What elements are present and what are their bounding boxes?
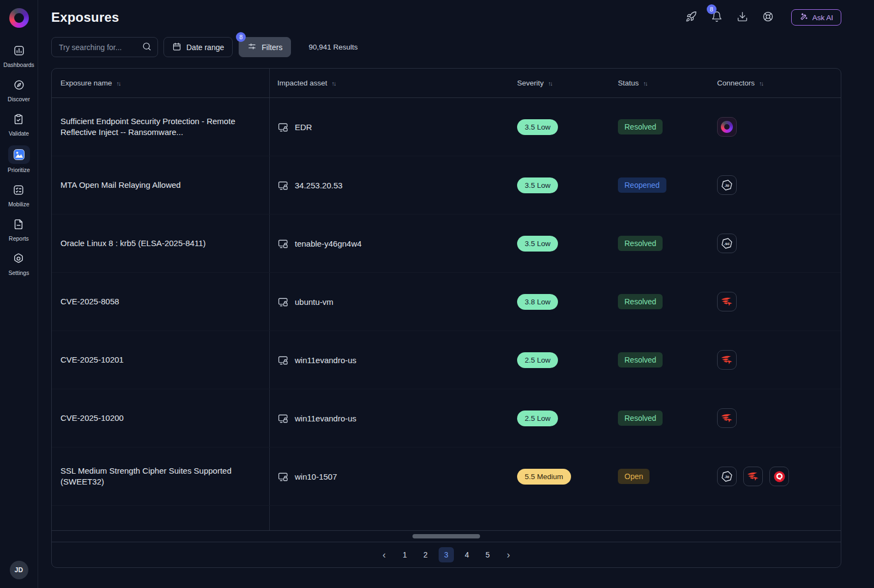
connectors-cell xyxy=(708,408,841,428)
severity-badge: 3.5 Low xyxy=(517,236,558,252)
sidebar-item-prioritize[interactable]: Prioritize xyxy=(8,145,30,173)
table-row[interactable]: MTA Open Mail Relaying Allowed 34.253.20… xyxy=(52,156,841,215)
sidebar-item-label: Settings xyxy=(9,270,29,276)
table-row[interactable]: Sufficient Endpoint Security Protection … xyxy=(52,98,841,156)
validate-icon xyxy=(9,111,28,127)
tenable-io-connector-icon: .io xyxy=(717,175,737,195)
download-button[interactable] xyxy=(737,11,748,24)
severity-badge: 2.5 Low xyxy=(517,352,558,368)
severity-badge: 3.8 Low xyxy=(517,294,558,310)
table-row[interactable]: CVE-2025-8058 ubuntu-vm 3.8 Low Resolved xyxy=(52,273,841,331)
table-row[interactable]: Oracle Linux 8 : krb5 (ELSA-2025-8411) t… xyxy=(52,215,841,273)
help-button[interactable] xyxy=(762,11,774,24)
column-header-severity[interactable]: Severity ↑↓ xyxy=(509,69,610,97)
exposure-name: Sufficient Endpoint Security Protection … xyxy=(60,116,260,138)
filters-sliders-icon xyxy=(247,42,257,53)
brand-logo[interactable] xyxy=(9,8,29,28)
sort-icon: ↑↓ xyxy=(117,80,122,87)
ask-ai-button[interactable]: Ask AI xyxy=(791,9,841,26)
pagination-page-5[interactable]: 5 xyxy=(480,547,495,562)
connectors-cell xyxy=(708,292,841,311)
topbar-actions: 8 xyxy=(685,9,841,26)
asset-device-lock-icon xyxy=(277,238,289,249)
user-avatar[interactable]: JD xyxy=(10,561,28,579)
lifebuoy-icon xyxy=(762,11,774,24)
pagination-next[interactable]: › xyxy=(501,547,516,562)
date-range-label: Date range xyxy=(186,43,224,52)
calendar-icon xyxy=(172,42,181,53)
exposure-name: SSL Medium Strength Cipher Suites Suppor… xyxy=(60,465,260,487)
table-row[interactable]: SSL Medium Strength Cipher Suites Suppor… xyxy=(52,448,841,506)
sidebar-item-label: Mobilize xyxy=(8,201,29,207)
connectors-cell xyxy=(708,350,841,370)
exposures-table: Exposure name ↑↓ Impacted asset ↑↓ Sever… xyxy=(51,68,841,568)
search-box xyxy=(51,37,158,57)
status-badge: Resolved xyxy=(618,294,663,309)
brand-connector-icon xyxy=(717,117,737,137)
topbar: Exposures 8 xyxy=(51,7,841,28)
impacted-asset: win11evandro-us xyxy=(295,356,356,365)
download-icon xyxy=(737,11,748,24)
search-input[interactable] xyxy=(51,37,158,57)
asset-device-lock-icon xyxy=(277,296,289,308)
sidebar-item-validate[interactable]: Validate xyxy=(9,111,29,137)
status-badge: Reopened xyxy=(618,177,666,193)
connectors-cell: .io xyxy=(708,175,841,195)
table-row[interactable]: CVE-2025-10200 win11evandro-us 2.5 Low R… xyxy=(52,389,841,448)
column-header-connectors[interactable]: Connectors ↑↓ xyxy=(708,69,841,97)
sidebar-item-reports[interactable]: Reports xyxy=(9,216,29,242)
column-header-impacted-asset[interactable]: Impacted asset ↑↓ xyxy=(270,69,509,97)
exposure-name: CVE-2025-10201 xyxy=(60,354,124,365)
scrollbar-thumb[interactable] xyxy=(412,534,480,538)
severity-badge: 3.5 Low xyxy=(517,177,558,193)
sidebar-item-discover[interactable]: Discover xyxy=(8,77,30,102)
sidebar-item-label: Reports xyxy=(9,235,29,242)
pagination: ‹12345› xyxy=(52,542,841,567)
results-count: 90,941 Results xyxy=(308,43,357,51)
asset-device-lock-icon xyxy=(277,180,289,191)
main-content: Exposures 8 xyxy=(38,0,874,588)
pagination-page-2[interactable]: 2 xyxy=(418,547,433,562)
notifications-button[interactable]: 8 xyxy=(711,11,723,24)
pagination-page-4[interactable]: 4 xyxy=(459,547,475,562)
sort-icon: ↑↓ xyxy=(643,80,648,87)
launch-button[interactable] xyxy=(685,11,697,24)
table-header-row: Exposure name ↑↓ Impacted asset ↑↓ Sever… xyxy=(52,69,841,98)
sidebar-item-settings[interactable]: Settings xyxy=(9,250,29,276)
impacted-asset: ubuntu-vm xyxy=(295,297,333,307)
asset-device-lock-icon xyxy=(277,413,289,424)
column-header-status[interactable]: Status ↑↓ xyxy=(610,69,708,97)
pagination-prev[interactable]: ‹ xyxy=(377,547,392,562)
sidebar-item-mobilize[interactable]: Mobilize xyxy=(8,182,29,207)
app-root: Dashboards Discover Validate Prioritize xyxy=(0,0,874,588)
mobilize-icon xyxy=(9,182,28,198)
rocket-icon xyxy=(685,11,697,24)
asset-device-lock-icon xyxy=(277,471,289,482)
tenable-io-connector-icon: .io xyxy=(717,467,737,486)
column-label: Severity xyxy=(517,79,544,87)
status-badge: Open xyxy=(618,469,650,484)
pagination-page-1[interactable]: 1 xyxy=(397,547,412,562)
sidebar-item-dashboards[interactable]: Dashboards xyxy=(3,42,34,68)
impacted-asset: 34.253.20.53 xyxy=(295,181,343,190)
column-header-exposure-name[interactable]: Exposure name ↑↓ xyxy=(52,69,270,97)
filters-button[interactable]: 8 Filters xyxy=(239,37,291,57)
table-empty-space xyxy=(52,506,841,530)
table-row[interactable]: CVE-2025-10201 win11evandro-us 2.5 Low R… xyxy=(52,331,841,389)
toolbar: Date range 8 Filters 90,941 Results xyxy=(51,37,841,57)
asset-device-lock-icon xyxy=(277,354,289,366)
sort-icon: ↑↓ xyxy=(548,80,553,87)
qualys-connector-icon xyxy=(769,467,789,486)
page-title: Exposures xyxy=(51,10,119,25)
sort-icon: ↑↓ xyxy=(332,80,337,87)
reports-icon xyxy=(9,216,28,232)
pagination-page-3[interactable]: 3 xyxy=(439,547,454,562)
date-range-button[interactable]: Date range xyxy=(163,37,233,57)
crowdstrike-connector-icon xyxy=(743,467,763,486)
status-badge: Resolved xyxy=(618,236,663,251)
status-badge: Resolved xyxy=(618,352,663,367)
asset-device-lock-icon xyxy=(277,121,289,133)
impacted-asset: tenable-y46gn4w4 xyxy=(295,239,362,248)
filters-count-badge: 8 xyxy=(236,32,246,42)
connectors-cell: .sc xyxy=(708,234,841,253)
